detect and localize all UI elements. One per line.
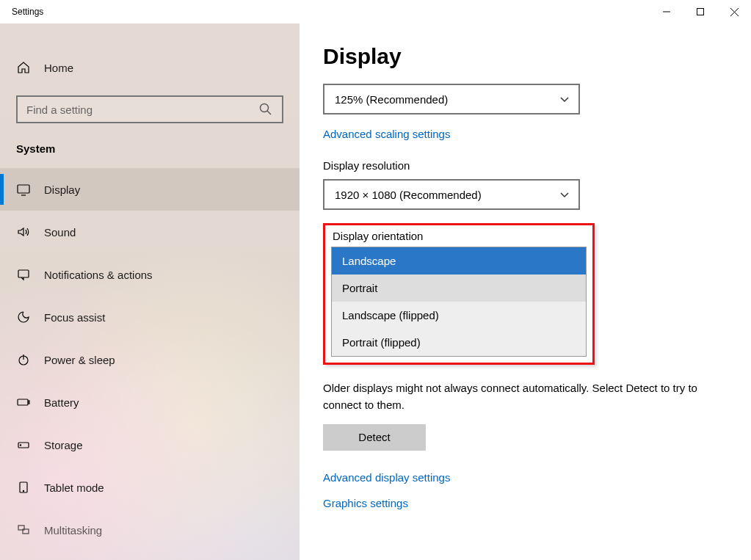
- category-heading: System: [16, 142, 300, 155]
- svg-point-4: [261, 104, 269, 112]
- chevron-down-icon: [559, 94, 570, 104]
- multitasking-icon: [16, 523, 31, 537]
- sidebar-item-display[interactable]: Display: [0, 168, 300, 211]
- search-box[interactable]: [16, 95, 283, 123]
- sidebar-item-power-sleep[interactable]: Power & sleep: [0, 338, 300, 381]
- orientation-option[interactable]: Landscape: [332, 247, 586, 274]
- svg-rect-11: [18, 399, 28, 405]
- orientation-label: Display orientation: [331, 230, 587, 247]
- sidebar-item-storage[interactable]: Storage: [0, 423, 300, 466]
- main-panel: Display 125% (Recommended) Advanced scal…: [300, 23, 751, 560]
- orientation-option[interactable]: Landscape (flipped): [332, 302, 586, 329]
- resolution-label: Display resolution: [323, 159, 728, 172]
- titlebar: Settings: [0, 0, 751, 23]
- detect-note: Older displays might not always connect …: [323, 379, 728, 414]
- home-label: Home: [44, 62, 73, 74]
- advanced-scaling-link[interactable]: Advanced scaling settings: [323, 128, 450, 140]
- svg-rect-6: [18, 185, 29, 193]
- svg-rect-1: [697, 9, 704, 15]
- minimize-button[interactable]: [650, 0, 683, 23]
- svg-line-5: [267, 111, 271, 114]
- scale-select[interactable]: 125% (Recommended): [323, 84, 580, 114]
- sidebar: Home System Display Sound Notifications …: [0, 23, 300, 560]
- sidebar-item-label: Storage: [44, 439, 83, 451]
- sidebar-item-label: Multitasking: [44, 524, 102, 537]
- orientation-highlight: Display orientation Landscape Portrait L…: [323, 223, 595, 365]
- svg-rect-8: [18, 270, 29, 277]
- page-title: Display: [323, 44, 728, 69]
- sidebar-item-focus-assist[interactable]: Focus assist: [0, 296, 300, 338]
- svg-point-16: [23, 490, 23, 491]
- home-nav[interactable]: Home: [0, 53, 300, 82]
- notifications-icon: [16, 267, 31, 282]
- orientation-option[interactable]: Portrait (flipped): [332, 329, 586, 356]
- sidebar-item-sound[interactable]: Sound: [0, 211, 300, 253]
- sidebar-item-label: Tablet mode: [44, 481, 104, 494]
- svg-point-14: [20, 445, 21, 446]
- display-icon: [16, 182, 31, 197]
- sidebar-item-label: Sound: [44, 226, 76, 239]
- sidebar-item-battery[interactable]: Battery: [0, 381, 300, 423]
- orientation-option[interactable]: Portrait: [332, 274, 586, 302]
- chevron-down-icon: [559, 189, 570, 200]
- sidebar-item-multitasking[interactable]: Multitasking: [0, 509, 300, 551]
- sound-icon: [16, 225, 31, 239]
- power-icon: [16, 352, 31, 367]
- sidebar-item-tablet-mode[interactable]: Tablet mode: [0, 466, 300, 509]
- sidebar-item-label: Display: [44, 183, 80, 196]
- advanced-display-link[interactable]: Advanced display settings: [323, 471, 728, 484]
- tablet-icon: [16, 480, 31, 495]
- resolution-select[interactable]: 1920 × 1080 (Recommended): [323, 179, 580, 210]
- scale-value: 125% (Recommended): [335, 93, 448, 106]
- search-input[interactable]: [26, 103, 248, 116]
- orientation-dropdown[interactable]: Landscape Portrait Landscape (flipped) P…: [331, 247, 587, 357]
- resolution-value: 1920 × 1080 (Recommended): [335, 189, 482, 201]
- sidebar-item-label: Power & sleep: [44, 354, 115, 366]
- svg-rect-12: [29, 401, 30, 404]
- battery-icon: [16, 395, 31, 410]
- storage-icon: [16, 437, 31, 452]
- graphics-settings-link[interactable]: Graphics settings: [323, 497, 728, 509]
- window-title: Settings: [0, 7, 43, 17]
- sidebar-item-label: Focus assist: [44, 311, 105, 324]
- maximize-button[interactable]: [683, 0, 717, 23]
- sidebar-item-label: Battery: [44, 396, 79, 409]
- home-icon: [16, 60, 31, 75]
- detect-button[interactable]: Detect: [323, 424, 426, 451]
- close-button[interactable]: [717, 0, 751, 23]
- search-icon: [258, 102, 273, 117]
- focus-assist-icon: [16, 310, 31, 324]
- sidebar-item-notifications[interactable]: Notifications & actions: [0, 253, 300, 296]
- sidebar-item-label: Notifications & actions: [44, 269, 153, 281]
